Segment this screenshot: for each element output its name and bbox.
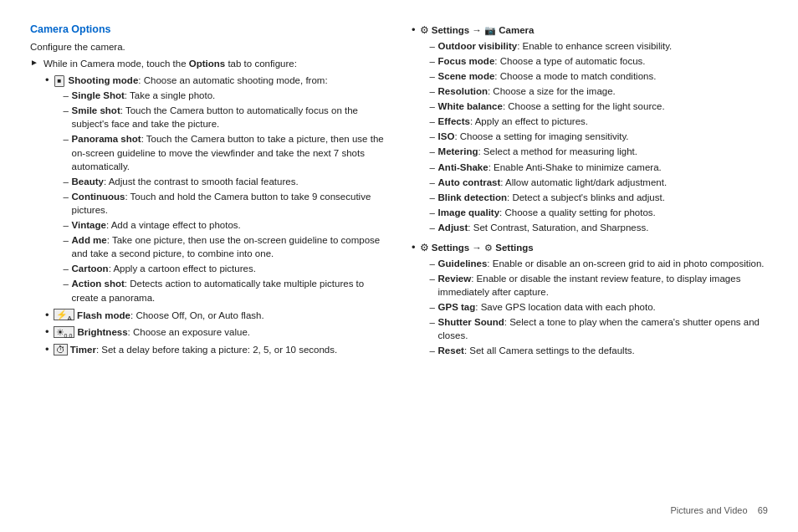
list-item-content: ⚡A Flash mode: Choose Off, On, or Auto f… — [54, 309, 264, 324]
list-item: • ⏱ Timer: Set a delay before taking a p… — [45, 343, 386, 357]
list-item: Anti-Shake: Enable Anti-Shake to minimiz… — [430, 161, 673, 174]
list-item: Panorama shot: Touch the Camera button t… — [64, 132, 386, 172]
list-item-content: ⏱ Timer: Set a delay before taking a pic… — [54, 343, 338, 357]
footer-section-label: Pictures and Video — [670, 505, 747, 515]
list-item: Outdoor visibility: Enable to enhance sc… — [430, 39, 673, 53]
brightness-suffix: : Choose an exposure value. — [128, 327, 250, 337]
list-item: Focus mode: Choose a type of automatic f… — [430, 54, 673, 68]
footer: Pictures and Video 69 — [30, 499, 768, 515]
flash-mode-label: Flash mode — [77, 310, 130, 320]
bullet-dot: • — [45, 309, 49, 322]
list-item: ISO: Choose a setting for imaging sensit… — [430, 130, 673, 143]
settings-settings-content: ⚙ Settings → ⚙ Settings Guidelines: Enab… — [420, 241, 768, 359]
timer-icon: ⏱ — [54, 344, 68, 356]
arrow-text: While in Camera mode, touch the Options … — [43, 57, 297, 70]
list-item: Guidelines: Enable or disable an on-scre… — [430, 257, 768, 270]
list-item: Review: Enable or disable the instant re… — [430, 272, 768, 299]
flash-icon: ⚡A — [54, 309, 74, 320]
page: Camera Options Configure the camera. ► W… — [0, 0, 798, 532]
list-item: Metering: Select a method for measuring … — [430, 145, 673, 158]
brightness-label: Brightness — [78, 327, 128, 337]
list-item: Image quality: Choose a quality setting … — [430, 206, 673, 219]
list-item: Single Shot: Take a single photo. — [64, 89, 386, 102]
settings-settings-header: ⚙ Settings → ⚙ Settings — [420, 243, 534, 253]
bullet-list: • ■ Shooting mode: Choose an automatic s… — [30, 74, 386, 356]
list-item: Reset: Set all Camera settings to the de… — [430, 344, 768, 357]
shooting-mode-icon: ■ — [54, 75, 65, 86]
settings-settings-list: Guidelines: Enable or disable an on-scre… — [420, 257, 768, 358]
list-item: • ⚡A Flash mode: Choose Off, On, or Auto… — [45, 309, 386, 324]
section-title: Camera Options — [30, 23, 386, 35]
bullet-dot: • — [45, 74, 49, 87]
settings-camera-header: ⚙ Settings → 📷 Camera — [420, 25, 535, 35]
shooting-mode-suffix: : Choose an automatic shooting mode, fro… — [138, 75, 327, 85]
timer-suffix: : Set a delay before taking a picture: 2… — [96, 345, 337, 355]
footer-text: Pictures and Video 69 — [670, 505, 768, 515]
footer-page-number: 69 — [758, 505, 768, 515]
options-bold: Options — [189, 59, 225, 69]
list-item: GPS tag: Save GPS location data with eac… — [430, 300, 768, 314]
list-item: Auto contrast: Allow automatic light/dar… — [430, 176, 673, 189]
bullet-dot: • — [45, 343, 49, 356]
settings-camera-list: Outdoor visibility: Enable to enhance sc… — [420, 39, 673, 234]
list-item: Effects: Apply an effect to pictures. — [430, 115, 673, 128]
list-item: Beauty: Adjust the contrast to smooth fa… — [64, 175, 386, 188]
arrow-icon: ► — [30, 58, 38, 67]
brightness-icon: ☀0.0 — [54, 326, 75, 338]
content-area: Camera Options Configure the camera. ► W… — [30, 23, 768, 499]
list-item-content: ■ Shooting mode: Choose an automatic sho… — [54, 74, 386, 306]
list-item: Continuous: Touch and hold the Camera bu… — [64, 190, 386, 217]
left-column: Camera Options Configure the camera. ► W… — [30, 23, 386, 499]
settings-settings-section: • ⚙ Settings → ⚙ Settings Guidelines: En… — [412, 241, 768, 359]
list-item: Action shot: Detects action to automatic… — [64, 277, 386, 304]
list-item: Resolution: Choose a size for the image. — [430, 84, 673, 98]
bullet-dot: • — [412, 23, 416, 37]
list-item: Scene mode: Choose a mode to match condi… — [430, 69, 673, 83]
settings-camera-section: • ⚙ Settings → 📷 Camera Outdoor visibili… — [412, 23, 768, 236]
list-item: Vintage: Add a vintage effect to photos. — [64, 218, 386, 232]
bullet-dot: • — [45, 325, 49, 339]
settings-camera-content: ⚙ Settings → 📷 Camera Outdoor visibility… — [420, 23, 673, 236]
arrow-item: ► While in Camera mode, touch the Option… — [30, 57, 386, 70]
list-item: Add me: Take one picture, then use the o… — [64, 233, 386, 260]
timer-label: Timer — [70, 345, 96, 355]
shooting-mode-label: Shooting mode — [69, 75, 139, 85]
right-column: • ⚙ Settings → 📷 Camera Outdoor visibili… — [412, 23, 768, 499]
list-item: • ☀0.0 Brightness: Choose an exposure va… — [45, 325, 386, 340]
list-item: • ■ Shooting mode: Choose an automatic s… — [45, 74, 386, 306]
list-item: Cartoon: Apply a cartoon effect to pictu… — [64, 262, 386, 275]
list-item: Smile shot: Touch the Camera button to a… — [64, 104, 386, 130]
flash-mode-suffix: : Choose Off, On, or Auto flash. — [130, 310, 264, 320]
list-item: Shutter Sound: Select a tone to play whe… — [430, 315, 768, 342]
list-item: Blink detection: Detect a subject's blin… — [430, 191, 673, 204]
list-item: White balance: Choose a setting for the … — [430, 100, 673, 113]
list-item-content: ☀0.0 Brightness: Choose an exposure valu… — [54, 325, 250, 340]
list-item: Adjust: Set Contrast, Saturation, and Sh… — [430, 221, 673, 234]
configure-text: Configure the camera. — [30, 42, 386, 52]
sub-list: Single Shot: Take a single photo. Smile … — [54, 89, 386, 304]
bullet-dot: • — [412, 241, 416, 254]
